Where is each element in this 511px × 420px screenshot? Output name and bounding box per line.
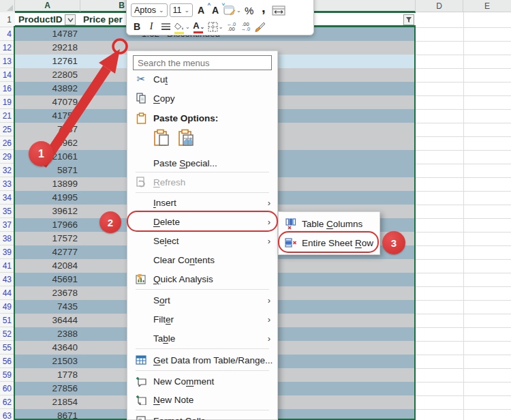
menu-item-filter[interactable]: Filter › <box>129 310 276 329</box>
row-number[interactable]: 60 <box>0 382 15 395</box>
cell-productid[interactable]: 39612 <box>15 205 78 218</box>
cell-productid[interactable]: 29218 <box>15 41 78 55</box>
row-number[interactable]: 62 <box>0 395 15 409</box>
row-number[interactable]: 25 <box>0 123 15 136</box>
row-number[interactable]: 12 <box>0 41 15 55</box>
cell-productid[interactable]: 23678 <box>15 286 78 300</box>
menu-item-select[interactable]: Select › <box>129 231 276 250</box>
filter-dropdown-button[interactable] <box>65 14 76 25</box>
cell-productid[interactable]: 7435 <box>15 300 78 314</box>
menu-item-table[interactable]: Table › <box>129 329 276 348</box>
cell-productid[interactable]: 27856 <box>15 382 78 395</box>
comma-style-button[interactable]: , <box>258 1 270 20</box>
cell-productid[interactable]: 42777 <box>15 245 78 259</box>
cell-productid[interactable]: 47079 <box>15 95 78 109</box>
autofit-button[interactable] <box>272 3 285 17</box>
font-size-select[interactable]: 11 ⌄ <box>170 3 193 17</box>
decrease-font-size-button[interactable]: A ˅ <box>209 3 221 17</box>
cell-productid[interactable]: 13899 <box>15 177 78 191</box>
cell-productid[interactable]: 21854 <box>15 395 78 409</box>
row-number[interactable]: 56 <box>0 355 15 368</box>
cell-productid[interactable]: 43640 <box>15 341 78 355</box>
row-number[interactable]: 51 <box>0 314 15 327</box>
row-number[interactable]: 32 <box>0 164 15 177</box>
cell-productid[interactable]: 7787 <box>15 123 78 136</box>
cell-productid[interactable]: 41758 <box>15 109 78 123</box>
row-number[interactable]: 16 <box>0 82 15 95</box>
decrease-decimal-button[interactable]: ←.0 .00 <box>225 20 237 33</box>
row-number[interactable]: 38 <box>0 232 15 245</box>
menu-item-format-cells[interactable]: Format Cells <box>129 411 276 420</box>
submenu-item-table-columns[interactable]: Table Columns <box>280 214 378 233</box>
menu-item-insert[interactable]: Insert › <box>129 193 276 212</box>
submenu-item-entire-sheet-row[interactable]: Entire Sheet Row <box>280 233 378 252</box>
cell-productid[interactable]: 1778 <box>15 368 78 382</box>
row-number[interactable]: 44 <box>0 286 15 300</box>
menu-item-new-note[interactable]: New Note <box>129 390 276 409</box>
cell-productid[interactable]: 14787 <box>15 27 78 41</box>
cell-productid[interactable]: 42084 <box>15 259 78 273</box>
row-number[interactable]: 52 <box>0 327 15 341</box>
font-color-button[interactable]: A ⌄ <box>192 20 206 33</box>
row-number[interactable]: 55 <box>0 341 15 355</box>
row-number[interactable]: 19 <box>0 95 15 109</box>
cell-productid[interactable]: 21503 <box>15 355 78 368</box>
select-all-corner[interactable] <box>0 0 15 12</box>
paste-keep-source-formatting-icon[interactable] <box>178 129 194 149</box>
row-number[interactable]: 59 <box>0 368 15 382</box>
column-header-a[interactable]: A <box>15 0 80 12</box>
row-number[interactable]: 14 <box>0 68 15 82</box>
row-number[interactable]: 35 <box>0 205 15 218</box>
menu-item-quick-analysis[interactable]: Quick Analysis <box>129 269 276 288</box>
row-number[interactable]: 13 <box>0 55 15 68</box>
row-number[interactable]: 43 <box>0 273 15 286</box>
row-number[interactable]: 37 <box>0 218 15 232</box>
cell-productid[interactable]: 8671 <box>15 409 78 420</box>
row-number[interactable]: 49 <box>0 300 15 314</box>
menu-item-cut[interactable]: ✂ Cut <box>129 70 276 89</box>
row-number[interactable]: 4 <box>0 27 15 41</box>
borders-button[interactable] <box>159 20 172 33</box>
cell-productid[interactable]: 22805 <box>15 68 78 82</box>
row-number[interactable]: 63 <box>0 409 15 420</box>
row-number[interactable]: 33 <box>0 177 15 191</box>
cell-productid[interactable]: 2388 <box>15 327 78 341</box>
menu-item-clear-contents[interactable]: Clear Contents <box>129 250 276 269</box>
row-number[interactable]: 39 <box>0 245 15 259</box>
percent-style-button[interactable]: % <box>243 3 256 17</box>
cell-productid[interactable]: 12761 <box>15 55 78 68</box>
cell-styles-button[interactable]: ⌄ <box>223 3 241 17</box>
row-number[interactable]: 26 <box>0 136 15 150</box>
menu-item-sort[interactable]: Sort › <box>129 290 276 310</box>
italic-button[interactable]: I <box>145 20 157 33</box>
cell-productid[interactable]: 5871 <box>15 164 78 177</box>
bold-button[interactable]: B <box>131 20 143 33</box>
cell-productid[interactable]: 45691 <box>15 273 78 286</box>
cell-productid[interactable]: 36444 <box>15 314 78 327</box>
paste-icon[interactable] <box>153 129 170 149</box>
border-grid-button[interactable]: ⌄ <box>208 20 223 33</box>
increase-font-size-button[interactable]: A ˄ <box>195 3 207 17</box>
row-number[interactable]: 1 <box>0 12 15 27</box>
cell-productid[interactable]: 17966 <box>15 218 78 232</box>
format-painter-button[interactable] <box>253 20 266 33</box>
column-header-d[interactable]: D <box>416 0 463 12</box>
filter-funnel-button[interactable] <box>403 14 414 25</box>
menu-item-copy[interactable]: Copy <box>129 89 276 108</box>
menu-item-get-data[interactable]: Get Data from Table/Range... <box>129 350 276 370</box>
column-header-e[interactable]: E <box>463 0 511 12</box>
cell-productid[interactable]: 17572 <box>15 232 78 245</box>
row-number[interactable]: 21 <box>0 109 15 123</box>
cell-productid[interactable]: 41995 <box>15 191 78 205</box>
row-number[interactable]: 34 <box>0 191 15 205</box>
menu-item-new-comment[interactable]: New Comment <box>129 372 276 391</box>
menu-item-delete[interactable]: Delete › <box>129 212 276 231</box>
row-number[interactable]: 41 <box>0 259 15 273</box>
font-name-select[interactable]: Aptos ⌄ <box>131 3 168 17</box>
increase-decimal-button[interactable]: .00 →.0 <box>239 20 251 33</box>
cell-productid[interactable]: 43892 <box>15 82 78 95</box>
search-input[interactable] <box>133 55 272 70</box>
fill-color-button[interactable]: ⌄ <box>174 20 190 33</box>
row-number[interactable]: 29 <box>0 150 15 164</box>
menu-item-paste-special[interactable]: Paste Special... <box>129 153 276 172</box>
